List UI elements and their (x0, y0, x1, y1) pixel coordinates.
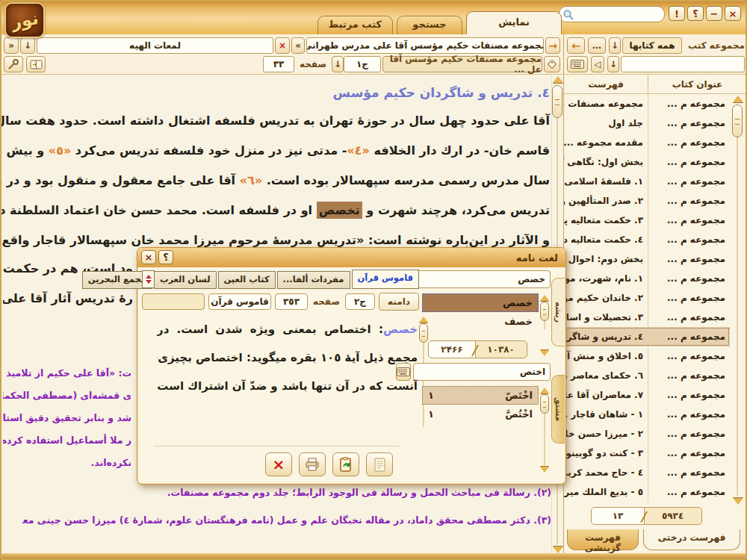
collection-dropdown[interactable]: همه كتابها (622, 37, 682, 54)
sidebar-scrollbar[interactable] (730, 94, 746, 505)
table-row[interactable]: مجموعه م ... ٥ - بديع الملك ميرز ... (564, 482, 730, 502)
book-select-button[interactable]: مجموعه مصنفات حكيم مؤسس آقا عل ... (382, 56, 542, 72)
table-row[interactable]: مجموعه م ... بخش دوم: احوال حك ... (564, 249, 730, 269)
derived-word-item[interactable]: اخْتَصّ ١ (422, 386, 539, 405)
dropdown-arrow-button[interactable]: ↓ (20, 37, 35, 54)
find-prev-button[interactable]: ◁ (591, 56, 604, 72)
word-label: اخْتُصَّ (505, 408, 533, 420)
clear-button[interactable]: × (275, 37, 290, 54)
table-row[interactable]: مجموعه م ... ٣. تحصيلات و اساتي ... (564, 308, 730, 327)
global-search-input[interactable] (574, 7, 661, 21)
derived-search-input[interactable] (413, 363, 551, 381)
cell-index-entry: ٧. معاصران آقا على . ... (564, 385, 648, 405)
collection-back-button[interactable]: ← (567, 37, 585, 54)
scroll-up-arrow[interactable] (733, 96, 743, 102)
source-name-button[interactable]: قاموس قرآن (208, 293, 271, 310)
global-search-box[interactable] (559, 6, 665, 22)
column-header-book-title[interactable]: عنوان كتاب (648, 75, 746, 93)
tools-button[interactable] (4, 56, 23, 72)
document-button[interactable] (366, 452, 393, 476)
table-row[interactable]: مجموعه م ... ٢ - ميرزا حسن خان ... (564, 424, 730, 444)
root-search-input[interactable] (413, 270, 551, 288)
table-row[interactable]: مجموعه م ... مجموعه مصنفات حكي ... (564, 94, 730, 113)
table-row[interactable]: مجموعه م ... ٤. حكمت متعاليه در ... (564, 230, 730, 249)
window-help-button[interactable]: ؟ (687, 6, 704, 21)
collection-more-button[interactable]: … (588, 37, 606, 54)
index-search-input[interactable] (621, 56, 745, 72)
table-row[interactable]: مجموعه م ... ١ - شاهان قاجار ..... ... (564, 405, 730, 424)
table-row[interactable]: مجموعه م ... ٧. معاصران آقا على . ... (564, 385, 730, 405)
copy-button[interactable] (332, 452, 359, 476)
scroll-up-arrow[interactable] (553, 76, 563, 83)
index-mode-tab[interactable]: فهرست درختى (643, 529, 740, 550)
table-row[interactable]: مجموعه م ... ٣. حكمت متعاليه پس ... (564, 211, 730, 230)
table-row[interactable]: مجموعه م ... ٢. صدر المتألهين و ... (564, 191, 730, 211)
index-position-counter: ١٣ / ٥٩٣٤ (591, 507, 702, 525)
column-header-index[interactable]: فهرست (564, 75, 648, 93)
dictionary-tab[interactable]: كتاب العين (218, 271, 276, 289)
entry-page-label: صفحه (311, 293, 341, 310)
cell-index-entry: بخش اول: نگاهى گذر ... (564, 152, 648, 172)
root-word-list: خصص خصف (422, 293, 539, 331)
index-mode-tab[interactable]: فهرست گزينشى (567, 529, 639, 550)
root-word-item[interactable]: خصف (422, 312, 539, 331)
next-button[interactable]: » (291, 37, 305, 54)
split-view-button[interactable] (26, 56, 46, 72)
volume-field[interactable]: ج١ (344, 56, 381, 72)
window-close-button[interactable]: × (725, 6, 741, 21)
keyboard-button[interactable] (567, 56, 588, 72)
entry-page-field[interactable]: ٣٥٣ (275, 293, 308, 310)
table-row[interactable]: مجموعه م ... ٥. اخلاق و منش آقا ع ... (564, 346, 730, 366)
bookmark-button[interactable] (544, 56, 560, 72)
footnotes: (٢). رسالة فى مباحث الحمل و رسالة فى الو… (22, 479, 551, 534)
root-tab[interactable]: ريشه (551, 278, 565, 346)
dialog-help-button[interactable]: ؟ (158, 250, 173, 264)
table-row[interactable]: مجموعه م ... جلد اول (564, 113, 730, 133)
page-number-field[interactable]: ٣٣ (263, 56, 294, 72)
collection-drop-button[interactable]: ↓ (609, 37, 621, 54)
table-row[interactable]: مجموعه م ... ٤ - حاج محمد كريم ... (564, 463, 730, 482)
volume-drop-button[interactable]: ↓ (332, 56, 344, 72)
view-tab[interactable]: كتب مرتبط (317, 16, 393, 34)
table-row[interactable]: مجموعه م ... ٢. خاندان حكيم موس ... (564, 288, 730, 308)
derived-word-item[interactable]: اخْتُصَّ ١ (422, 405, 539, 423)
prev-button[interactable]: « (4, 37, 19, 54)
scroll-down-arrow[interactable] (733, 498, 743, 505)
derived-tab[interactable]: مشتق (551, 375, 565, 444)
total-count: ٥٩٣٤ (644, 507, 702, 525)
window-minimize-button[interactable]: − (706, 6, 722, 21)
secondary-book-field[interactable]: لمعات الهيه (37, 37, 273, 54)
view-tab[interactable]: جستجو (397, 16, 462, 34)
view-tab[interactable]: نمايش (466, 11, 562, 34)
table-row[interactable]: مجموعه م ... ٣ - كنت دو گوبينو( ... (564, 444, 730, 463)
domain-button[interactable]: دامنه (379, 293, 419, 311)
print-button[interactable] (299, 452, 326, 476)
source-value-field[interactable] (142, 293, 205, 310)
scroll-track[interactable] (737, 105, 738, 496)
root-word-item[interactable]: خصص (422, 293, 539, 312)
root-list-scrollbar[interactable] (540, 293, 551, 337)
dictionary-tab[interactable]: لسان العرب (154, 271, 217, 289)
close-action-button[interactable]: × (265, 452, 292, 476)
tab-spinner[interactable] (142, 270, 155, 288)
table-row[interactable]: مجموعه م ... مقدمه مجموعه ..... ... (564, 133, 730, 152)
find-drop-button[interactable]: ↓ (607, 56, 619, 72)
table-row[interactable]: مجموعه م ... ٦. حكماى معاصر مدر ... (564, 366, 730, 385)
table-row[interactable]: مجموعه م ... بخش اول: نگاهى گذر ... (564, 152, 730, 172)
sidebar: ← … ↓ همه كتابها مجموعه كتب ◁ ↓ عنوان كت… (563, 34, 747, 553)
dictionary-tab[interactable]: قاموس قرآن (352, 270, 420, 289)
table-row[interactable]: مجموعه م ... ١. نام، شهرت، مولد . ... (564, 269, 730, 288)
table-row[interactable]: مجموعه م ... ٤. تدريس و شاگردان ... (564, 327, 730, 346)
dictionary-tab[interactable]: مفردات ألفا... (277, 271, 350, 289)
definition-scrollbar[interactable] (419, 315, 430, 435)
scroll-thumb[interactable] (732, 105, 743, 137)
go-forward-button[interactable]: → (545, 37, 560, 54)
derived-list-scrollbar[interactable] (540, 386, 551, 473)
current-book-title-field[interactable]: مجموعه مصنفات حكيم مؤسس آقا على مدرس طهر… (306, 37, 544, 54)
table-row[interactable]: مجموعه م ... ١. فلسفهٔ اسلامى از آ ... (564, 172, 730, 191)
window-info-button[interactable]: ! (669, 6, 685, 21)
scroll-thumb[interactable] (552, 85, 562, 118)
entry-volume-field[interactable]: ج٢ (345, 293, 375, 310)
scroll-down-arrow[interactable] (553, 547, 563, 553)
dialog-close-button[interactable]: × (141, 250, 156, 264)
